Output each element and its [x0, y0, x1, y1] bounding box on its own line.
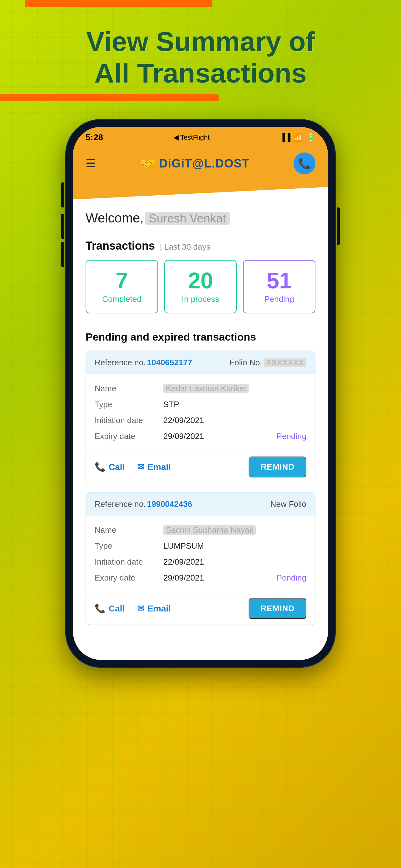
inprocess-count: 20 [168, 269, 233, 292]
pending-card[interactable]: 51 Pending [243, 260, 315, 313]
hero-line1: View Summary of [86, 26, 315, 57]
ref-group-2: Reference no. 1990042436 [95, 499, 192, 509]
txn-expiry-row-1: Expiry date 29/09/2021 Pending [95, 428, 306, 444]
status-badge-1: Pending [277, 432, 306, 441]
phone-icon: 📞 [298, 157, 311, 170]
transaction-card-1: Reference no. 1040652177 Folio No. XXXXX… [86, 350, 315, 484]
stats-row: 7 Completed 20 In process 51 Pending [86, 260, 315, 313]
hero-line2: All Transactions [94, 58, 307, 88]
logo-icon: 🤝 [140, 156, 156, 171]
call-label-2: Call [109, 604, 125, 614]
wifi-icon: 📶 [294, 133, 303, 142]
pending-count: 51 [247, 269, 312, 292]
email-label-1: Email [147, 462, 171, 472]
init-label-2: Initiation date [95, 557, 163, 567]
init-value-2: 22/09/2021 [163, 557, 204, 567]
folio-group-1: Folio No. XXXXXXX [230, 358, 306, 367]
ref-label-1: Reference no. [95, 358, 145, 367]
txn-card-1-body: Name Kedar Laxman Kuriket Type STP Initi… [86, 374, 315, 451]
txn-card-2-body: Name Sachin Subharna Nayak Type LUMPSUM … [86, 516, 315, 592]
signal-icon: ▐▐ [280, 133, 291, 142]
welcome-greeting: Welcome, [86, 211, 144, 225]
status-bar: 5:28 ◀ TestFlight ▐▐ 📶 🔋 [73, 127, 328, 146]
txn-name-row-2: Name Sachin Subharna Nayak [95, 522, 306, 538]
logo-digi: DiGiT@L. [159, 157, 215, 170]
app-logo: 🤝 DiGiT@L.DOST [140, 156, 249, 171]
call-button-2[interactable]: 📞 Call [95, 603, 125, 614]
completed-card[interactable]: 7 Completed [86, 260, 158, 313]
transactions-header: Transactions | Last 30 days [86, 233, 315, 260]
email-button-2[interactable]: ✉ Email [137, 603, 171, 614]
folio-group-2: New Folio [270, 499, 306, 509]
txn-card-2-header: Reference no. 1990042436 New Folio [86, 492, 315, 516]
txn-card-2-actions: 📞 Call ✉ Email REMIND [86, 592, 315, 625]
name-label-1: Name [95, 384, 163, 393]
txn-expiry-row-2: Expiry date 29/09/2021 Pending [95, 570, 306, 586]
txn-type-row-2: Type LUMPSUM [95, 538, 306, 554]
transactions-label: Transactions [86, 239, 155, 252]
orange-bar-top [25, 0, 212, 7]
ref-number-2[interactable]: 1990042436 [147, 499, 192, 509]
expiry-label-2: Expiry date [95, 573, 163, 583]
ref-group-1: Reference no. 1040652177 [95, 358, 192, 367]
call-icon-2: 📞 [95, 603, 106, 614]
status-time: 5:28 [86, 132, 103, 143]
ref-label-2: Reference no. [95, 499, 145, 509]
phone-screen: 5:28 ◀ TestFlight ▐▐ 📶 🔋 ☰ 🤝 DiGiT@L.DOS… [73, 127, 328, 660]
expiry-value-2: 29/09/2021 [163, 573, 204, 583]
expiry-value-1: 29/09/2021 [163, 432, 204, 441]
status-badge-2: Pending [277, 573, 306, 583]
hero-title: View Summary of All Transactions [0, 26, 401, 89]
welcome-section: Welcome, Suresh Venkat [86, 199, 315, 233]
completed-count: 7 [89, 269, 154, 292]
logo-text: DiGiT@L.DOST [159, 157, 249, 170]
orange-bar-bottom [0, 94, 219, 101]
wave-divider [73, 187, 328, 199]
email-icon-1: ✉ [137, 462, 144, 472]
ref-number-1[interactable]: 1040652177 [147, 358, 192, 367]
remind-button-2[interactable]: REMIND [248, 598, 306, 619]
app-header: ☰ 🤝 DiGiT@L.DOST 📞 [73, 146, 328, 187]
battery-icon: 🔋 [306, 133, 315, 142]
type-value-2: LUMPSUM [163, 541, 204, 551]
support-phone-button[interactable]: 📞 [294, 153, 315, 174]
expiry-label-1: Expiry date [95, 432, 163, 441]
logo-dost: DOST [215, 157, 249, 170]
completed-label: Completed [89, 294, 154, 304]
new-folio-label-2: New Folio [270, 499, 306, 509]
call-icon-1: 📞 [95, 462, 106, 472]
transaction-card-2: Reference no. 1990042436 New Folio Name … [86, 492, 315, 625]
call-label-1: Call [109, 462, 125, 472]
email-icon-2: ✉ [137, 603, 144, 614]
pending-label: Pending [247, 294, 312, 304]
status-icons: ▐▐ 📶 🔋 [280, 133, 315, 142]
inprocess-label: In process [168, 294, 233, 304]
date-range: | Last 30 days [160, 242, 210, 252]
txn-init-row-1: Initiation date 22/09/2021 [95, 412, 306, 428]
init-value-1: 22/09/2021 [163, 415, 204, 425]
txn-init-row-2: Initiation date 22/09/2021 [95, 554, 306, 570]
txn-name-row-1: Name Kedar Laxman Kuriket [95, 380, 306, 397]
folio-label-1: Folio No. [230, 358, 262, 367]
app-content: Welcome, Suresh Venkat Transactions | La… [73, 199, 328, 660]
init-label-1: Initiation date [95, 415, 163, 425]
name-label-2: Name [95, 525, 163, 535]
email-button-1[interactable]: ✉ Email [137, 462, 171, 472]
phone-frame-wrapper: 5:28 ◀ TestFlight ▐▐ 📶 🔋 ☰ 🤝 DiGiT@L.DOS… [66, 120, 335, 667]
type-value-1: STP [163, 400, 179, 409]
folio-number-1: XXXXXXX [264, 358, 306, 367]
back-link[interactable]: ◀ TestFlight [173, 133, 210, 142]
txn-card-1-header: Reference no. 1040652177 Folio No. XXXXX… [86, 351, 315, 374]
txn-type-row-1: Type STP [95, 397, 306, 412]
call-button-1[interactable]: 📞 Call [95, 462, 125, 472]
hamburger-menu-icon[interactable]: ☰ [86, 157, 96, 170]
name-value-2: Sachin Subharna Nayak [163, 525, 256, 535]
welcome-username: Suresh Venkat [145, 212, 230, 225]
phone-frame: 5:28 ◀ TestFlight ▐▐ 📶 🔋 ☰ 🤝 DiGiT@L.DOS… [66, 120, 335, 667]
txn-card-1-actions: 📞 Call ✉ Email REMIND [86, 451, 315, 483]
name-value-1: Kedar Laxman Kuriket [163, 384, 248, 393]
inprocess-card[interactable]: 20 In process [164, 260, 237, 313]
email-label-2: Email [147, 604, 171, 614]
type-label-2: Type [95, 541, 163, 551]
remind-button-1[interactable]: REMIND [248, 457, 306, 477]
